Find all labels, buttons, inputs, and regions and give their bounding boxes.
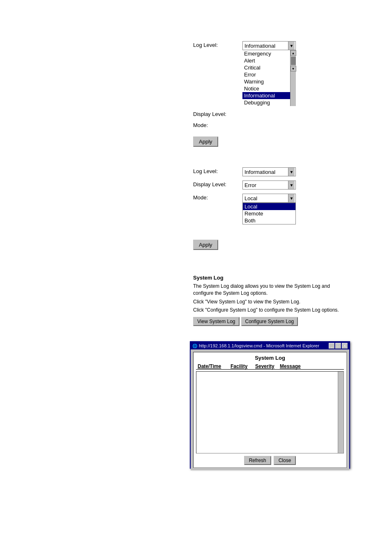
option-alert[interactable]: Alert bbox=[242, 57, 290, 64]
section1: Log Level: Informational ▼ Emergency Ale… bbox=[193, 41, 382, 159]
display-level-label-1: Display Level: bbox=[193, 110, 242, 117]
popup-titlebar-icon: 🌐 bbox=[192, 344, 197, 348]
log-level-label-2: Log Level: bbox=[193, 167, 242, 174]
mode-arrow-2[interactable]: ▼ bbox=[288, 194, 295, 202]
mode-value-2: Local bbox=[244, 195, 288, 201]
mode-row-2: Mode: Local ▼ Local Remote Both bbox=[193, 194, 382, 203]
display-level-value-2: Error bbox=[244, 182, 288, 188]
col-datetime[interactable]: Date/Time bbox=[196, 363, 229, 369]
display-level-row-2: Display Level: Error ▼ bbox=[193, 180, 382, 190]
col-severity[interactable]: Severity bbox=[254, 363, 278, 369]
popup-log-area bbox=[196, 371, 344, 453]
mode-option-local[interactable]: Local bbox=[243, 203, 295, 210]
log-level-label-1: Log Level: bbox=[193, 41, 242, 48]
log-level-scrollbar-1[interactable]: ▲ ▼ bbox=[290, 50, 296, 106]
popup-window: 🌐 http://192.168.1.1/logsview.cmd - Micr… bbox=[190, 341, 350, 469]
option-debugging[interactable]: Debugging bbox=[242, 99, 290, 106]
display-level-dropdown-2[interactable]: Error ▼ bbox=[242, 180, 296, 190]
mode-option-both[interactable]: Both bbox=[243, 217, 295, 224]
system-log-buttons: View System Log Configure System Log bbox=[193, 317, 382, 326]
close-popup-btn[interactable]: Close bbox=[274, 456, 296, 465]
col-message[interactable]: Message bbox=[278, 363, 344, 369]
log-level-arrow-1[interactable]: ▼ bbox=[288, 42, 295, 50]
section2: Log Level: Informational ▼ Display Level… bbox=[193, 167, 382, 262]
option-emergency[interactable]: Emergency bbox=[242, 50, 290, 57]
option-notice[interactable]: Notice bbox=[242, 85, 290, 92]
apply-button-1[interactable]: Apply bbox=[193, 136, 218, 147]
option-informational[interactable]: Informational bbox=[242, 92, 290, 99]
log-level-arrow-2[interactable]: ▼ bbox=[288, 168, 295, 176]
option-error[interactable]: Error bbox=[242, 71, 290, 78]
log-level-dropdown-header-1[interactable]: Informational ▼ bbox=[242, 41, 296, 50]
mode-option-remote[interactable]: Remote bbox=[243, 210, 295, 217]
configure-system-log-btn[interactable]: Configure System Log bbox=[241, 317, 298, 326]
system-log-desc1: The System Log dialog allows you to view… bbox=[193, 283, 349, 297]
scroll-up-1[interactable]: ▲ bbox=[291, 50, 296, 56]
popup-inner: System Log Date/Time Facility Severity M… bbox=[193, 352, 347, 468]
log-level-row-2: Log Level: Informational ▼ bbox=[193, 167, 382, 176]
log-level-value-2: Informational bbox=[244, 169, 288, 175]
maximize-btn[interactable]: □ bbox=[335, 343, 341, 349]
log-level-list-1: Emergency Alert Critical Error Warning N… bbox=[242, 50, 296, 106]
popup-table-header: Date/Time Facility Severity Message bbox=[196, 363, 344, 370]
popup-heading: System Log bbox=[196, 355, 344, 361]
log-level-value-1: Informational bbox=[244, 43, 288, 49]
system-log-desc2: Click "View System Log" to view the Syst… bbox=[193, 298, 349, 305]
apply-button-2[interactable]: Apply bbox=[193, 240, 218, 250]
close-btn[interactable]: X bbox=[342, 343, 348, 349]
display-level-row-1: Display Level: bbox=[193, 110, 382, 117]
system-log-section: System Log The System Log dialog allows … bbox=[193, 275, 382, 326]
col-facility[interactable]: Facility bbox=[229, 363, 254, 369]
log-level-options-1: Emergency Alert Critical Error Warning N… bbox=[242, 50, 290, 106]
popup-titlebar: 🌐 http://192.168.1.1/logsview.cmd - Micr… bbox=[191, 342, 349, 349]
refresh-btn[interactable]: Refresh bbox=[244, 456, 271, 465]
mode-row-1: Mode: bbox=[193, 121, 382, 128]
popup-buttons: Refresh Close bbox=[196, 456, 344, 465]
mode-dropdown-header-2[interactable]: Local ▼ bbox=[242, 194, 296, 203]
mode-list-2: Local Remote Both bbox=[242, 203, 296, 224]
popup-titlebar-text: http://192.168.1.1/logsview.cmd - Micros… bbox=[199, 343, 329, 348]
display-level-arrow-2[interactable]: ▼ bbox=[288, 181, 295, 189]
mode-dropdown-2[interactable]: Local ▼ Local Remote Both bbox=[242, 194, 296, 203]
minimize-btn[interactable]: _ bbox=[329, 343, 334, 349]
view-system-log-btn[interactable]: View System Log bbox=[193, 317, 240, 326]
popup-window-controls: _ □ X bbox=[329, 343, 348, 349]
mode-label-2: Mode: bbox=[193, 194, 242, 201]
log-level-dropdown-2[interactable]: Informational ▼ bbox=[242, 167, 296, 176]
option-critical[interactable]: Critical bbox=[242, 64, 290, 71]
popup-body: System Log Date/Time Facility Severity M… bbox=[191, 349, 349, 470]
mode-label-1: Mode: bbox=[193, 121, 242, 128]
option-warning[interactable]: Warning bbox=[242, 78, 290, 85]
log-level-row-1: Log Level: Informational ▼ Emergency Ale… bbox=[193, 41, 382, 106]
popup-scrollbar[interactable] bbox=[338, 372, 344, 453]
scroll-down-1[interactable]: ▼ bbox=[291, 66, 296, 72]
system-log-desc3: Click "Configure System Log" to configur… bbox=[193, 307, 349, 314]
scroll-thumb-1 bbox=[291, 57, 296, 65]
system-log-title: System Log bbox=[193, 275, 382, 281]
display-level-label-2: Display Level: bbox=[193, 180, 242, 187]
main-content: Log Level: Informational ▼ Emergency Ale… bbox=[193, 41, 382, 326]
log-level-dropdown-1[interactable]: Informational ▼ Emergency Alert Critical… bbox=[242, 41, 296, 106]
